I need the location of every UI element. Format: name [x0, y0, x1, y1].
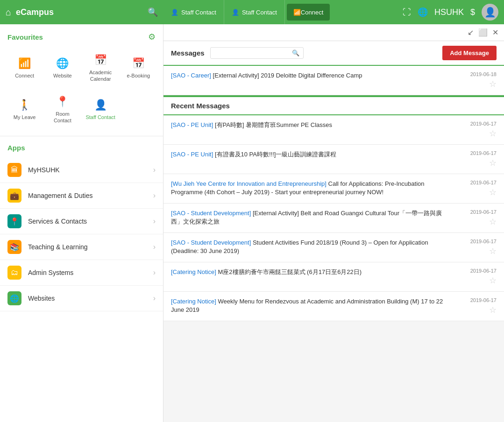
fav-website[interactable]: 🌐 Website [45, 49, 79, 87]
fav-ebooking[interactable]: 📅 e-Booking [121, 49, 156, 87]
message-content: [SAO - Career] [External Activity] 2019 … [171, 71, 449, 80]
message-meta-r4: 2019-06-17 ☆ [454, 239, 497, 256]
message-link-r6[interactable]: [Catering Notice] [171, 298, 216, 305]
globe-icon[interactable]: 🌐 [418, 7, 428, 17]
tab-icon-2: 👤 [232, 9, 239, 16]
search-box[interactable]: 🔍 [210, 47, 304, 59]
fav-my-leave[interactable]: 🚶 My Leave [7, 91, 42, 129]
ebooking-fav-icon: 📅 [132, 57, 145, 70]
sidebar: Favourites ⚙ 📶 Connect 🌐 Website 📅 Acade… [0, 24, 163, 422]
fav-academic-calendar[interactable]: 📅 Academic Calendar [84, 49, 118, 87]
star-icon-r3[interactable]: ☆ [489, 217, 497, 227]
message-date-r2: 2019-06-17 [470, 180, 497, 185]
message-link-r1[interactable]: [SAO - PE Unit] [171, 151, 213, 158]
chevron-right-icon: › [153, 166, 156, 174]
message-text-r6: [Catering Notice] Weekly Menu for Rendez… [171, 298, 443, 313]
fav-staff-contact[interactable]: 👤 Staff Contact [84, 91, 118, 129]
message-item: [SAO - Career] [External Activity] 2019 … [163, 66, 504, 95]
chevron-right-icon-4: › [153, 243, 156, 251]
star-icon-0[interactable]: ☆ [489, 79, 497, 89]
message-content-r4: [SAO - Student Development] Student Acti… [171, 239, 449, 255]
message-meta-r3: 2019-06-17 ☆ [454, 209, 497, 227]
leave-fav-icon: 🚶 [18, 99, 31, 111]
settings-icon[interactable]: ⚙ [148, 32, 156, 42]
tab-staff-contact-1[interactable]: 👤 Staff Contact [163, 0, 224, 24]
star-icon-r5[interactable]: ☆ [489, 275, 497, 286]
hsuhk-label[interactable]: HSUHK [434, 7, 464, 17]
message-meta-r0: 2019-06-17 ☆ [454, 121, 497, 139]
message-meta-r1: 2019-06-17 ☆ [454, 150, 497, 168]
minimize-icon[interactable]: ↙ [468, 28, 474, 37]
message-link-r4[interactable]: [SAO - Student Development] [171, 239, 251, 246]
message-date-r3: 2019-06-17 [470, 209, 497, 215]
app-admin[interactable]: 🗂 Admin Systems › [0, 260, 163, 286]
recent-message-4: [SAO - Student Development] Student Acti… [163, 233, 504, 262]
message-content-r2: [Wu Jieh Yee Centre for Innovation and E… [171, 180, 449, 197]
recent-messages-header: Recent Messages [163, 97, 504, 115]
star-icon-r4[interactable]: ☆ [489, 246, 497, 256]
app-myhsuhk[interactable]: 🏛 MyHSUHK › [0, 157, 163, 183]
fav-website-label: Website [53, 72, 72, 79]
add-message-button[interactable]: Add Message [442, 46, 497, 60]
app-management[interactable]: 💼 Management & Duties › [0, 183, 163, 209]
app-teaching[interactable]: 📚 Teaching & Learning › [0, 234, 163, 260]
connect-icon: 📶 [293, 9, 301, 16]
connect-fav-icon: 📶 [18, 57, 31, 70]
search-icon-inner: 🔍 [292, 49, 299, 56]
message-date-r5: 2019-06-17 [470, 268, 497, 274]
chevron-right-icon-6: › [153, 294, 156, 302]
recent-messages-panel: Recent Messages [SAO - PE Unit] [有PA時數] … [163, 97, 504, 321]
recent-message-2: [Wu Jieh Yee Centre for Innovation and E… [163, 174, 504, 204]
messages-title: Messages [171, 49, 205, 57]
fullscreen-icon[interactable]: ⛶ [403, 7, 411, 17]
myhsuhk-icon: 🏛 [7, 163, 21, 177]
recent-message-5: [Catering Notice] M座2樓膳約薈午市兩餸三餸菜式 (6月17日… [163, 262, 504, 292]
message-link-r5[interactable]: [Catering Notice] [171, 268, 216, 275]
message-meta-r6: 2019-06-17 ☆ [454, 297, 497, 315]
message-link-r0[interactable]: [SAO - PE Unit] [171, 121, 213, 128]
tab-label-2: Staff Contact [242, 9, 277, 16]
chevron-right-icon-2: › [153, 191, 156, 200]
app-services[interactable]: 📍 Services & Contacts › [0, 209, 163, 234]
fav-connect-label: Connect [15, 72, 34, 79]
message-date-r4: 2019-06-17 [470, 239, 497, 244]
user-avatar[interactable]: 👤 [482, 4, 498, 21]
star-icon-r6[interactable]: ☆ [489, 305, 497, 315]
message-link-r2[interactable]: [Wu Jieh Yee Centre for Innovation and E… [171, 180, 327, 187]
message-link-0[interactable]: [SAO - Career] [171, 72, 211, 79]
fav-ebooking-label: e-Booking [127, 72, 150, 79]
room-fav-icon: 📍 [56, 96, 69, 108]
websites-icon: 🌐 [7, 291, 21, 305]
maximize-icon[interactable]: ⬜ [478, 28, 488, 37]
staff-fav-icon: 👤 [94, 99, 107, 111]
star-icon-r0[interactable]: ☆ [489, 128, 497, 139]
message-body-0: [External Activity] 2019 Deloitte Digita… [213, 72, 362, 79]
message-link-r3[interactable]: [SAO - Student Development] [171, 210, 251, 217]
tab-staff-contact-2[interactable]: 👤 Staff Contact [224, 0, 285, 24]
fav-connect[interactable]: 📶 Connect [7, 49, 42, 87]
apps-section: Apps 🏛 MyHSUHK › 💼 Management & Duties ›… [0, 136, 163, 319]
message-meta-r5: 2019-06-17 ☆ [454, 268, 497, 286]
app-myhsuhk-label: MyHSUHK [28, 166, 153, 174]
admin-icon: 🗂 [7, 266, 21, 280]
topbar-left: ⌂ eCampus 🔍 [0, 7, 163, 18]
app-websites-label: Websites [28, 295, 153, 302]
app-services-label: Services & Contacts [28, 218, 153, 225]
fav-room-label: Room Contact [47, 111, 78, 124]
home-icon[interactable]: ⌂ [6, 7, 11, 18]
tab-connect[interactable]: 📶 Connect [287, 4, 330, 21]
connect-label: Connect [301, 9, 323, 16]
close-icon[interactable]: ✕ [492, 28, 498, 37]
message-content-r1: [SAO - PE Unit] [有證書及10 PA時數!!!]一級山藝訓練證書… [171, 150, 449, 159]
message-date-r0: 2019-06-17 [470, 121, 497, 127]
dollar-icon[interactable]: $ [470, 7, 475, 17]
app-websites[interactable]: 🌐 Websites › [0, 286, 163, 311]
star-icon-r1[interactable]: ☆ [489, 158, 497, 168]
fav-room-contact[interactable]: 📍 Room Contact [45, 91, 79, 129]
topbar: ⌂ eCampus 🔍 👤 Staff Contact 👤 Staff Cont… [0, 0, 504, 24]
message-date-0: 2019-06-18 [470, 71, 497, 77]
app-admin-label: Admin Systems [28, 269, 153, 276]
star-icon-r2[interactable]: ☆ [489, 187, 497, 197]
recent-messages-title: Recent Messages [171, 102, 230, 110]
search-icon[interactable]: 🔍 [148, 7, 158, 17]
